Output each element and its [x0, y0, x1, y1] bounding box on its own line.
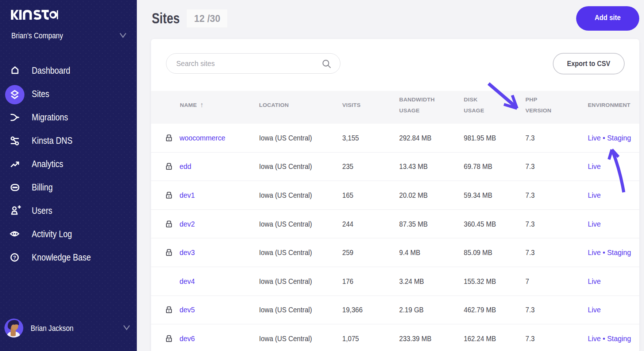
- svg-text:?: ?: [13, 255, 16, 261]
